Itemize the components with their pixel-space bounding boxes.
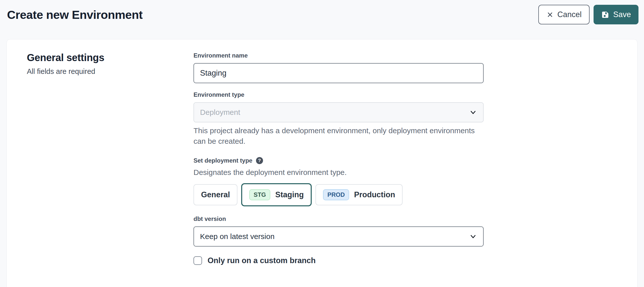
save-button[interactable]: Save xyxy=(594,5,638,24)
header-actions: Cancel Save xyxy=(538,5,638,24)
environment-type-select: Deployment xyxy=(194,102,484,122)
dbt-version-value: Keep on latest version xyxy=(200,232,275,241)
deployment-type-production[interactable]: PROD Production xyxy=(315,184,403,205)
deployment-type-staging-label: Staging xyxy=(275,190,304,199)
chevron-down-icon xyxy=(469,108,477,116)
close-icon xyxy=(546,11,554,18)
environment-type-helper: This project already has a development e… xyxy=(194,125,484,147)
deployment-type-production-label: Production xyxy=(354,190,395,199)
environment-name-input[interactable] xyxy=(194,63,484,83)
save-icon xyxy=(601,11,609,19)
dbt-version-label: dbt version xyxy=(194,215,484,222)
help-icon[interactable]: ? xyxy=(256,157,263,164)
deployment-type-label: Set deployment type xyxy=(194,157,252,164)
dbt-version-select[interactable]: Keep on latest version xyxy=(194,226,484,247)
environment-name-label: Environment name xyxy=(194,52,484,59)
cancel-button-label: Cancel xyxy=(557,10,582,19)
save-button-label: Save xyxy=(613,10,631,19)
deployment-type-description: Designates the deployment environment ty… xyxy=(194,168,484,177)
deployment-type-staging[interactable]: STG Staging xyxy=(241,183,312,206)
production-badge: PROD xyxy=(323,189,349,200)
cancel-button[interactable]: Cancel xyxy=(538,5,590,24)
custom-branch-checkbox[interactable] xyxy=(194,256,202,265)
custom-branch-row: Only run on a custom branch xyxy=(194,256,484,265)
page-header: Create new Environment Cancel Save xyxy=(0,0,644,27)
environment-form: Environment name Environment type Deploy… xyxy=(194,52,484,265)
page-title: Create new Environment xyxy=(7,8,143,22)
deployment-type-options: General STG Staging PROD Production xyxy=(194,183,484,206)
environment-type-value: Deployment xyxy=(200,108,240,117)
section-subtitle: All fields are required xyxy=(27,67,194,76)
chevron-down-icon xyxy=(469,232,477,241)
deployment-type-general[interactable]: General xyxy=(194,184,237,205)
custom-branch-label[interactable]: Only run on a custom branch xyxy=(208,256,316,265)
section-header: General settings All fields are required xyxy=(27,52,194,265)
environment-type-label: Environment type xyxy=(194,91,484,98)
section-title: General settings xyxy=(27,52,194,63)
deployment-type-general-label: General xyxy=(201,190,230,199)
settings-card: General settings All fields are required… xyxy=(7,39,637,287)
staging-badge: STG xyxy=(249,189,270,200)
